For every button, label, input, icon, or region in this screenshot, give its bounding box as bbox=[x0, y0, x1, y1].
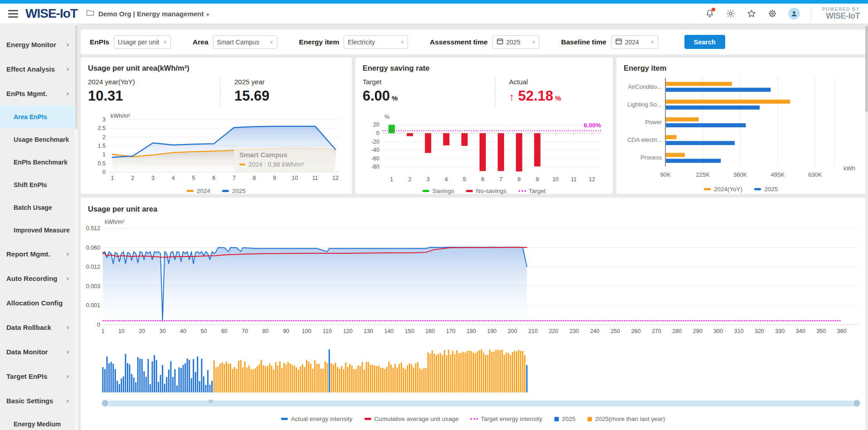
user-avatar[interactable] bbox=[788, 8, 800, 19]
legend-item-2025[interactable]: 2025 bbox=[554, 416, 576, 422]
chevron-down-icon: ∨ bbox=[66, 42, 69, 47]
chevron-down-icon: ∨ bbox=[267, 39, 273, 44]
sidebar-item-label: Improved Measure bbox=[14, 227, 70, 234]
scrollbar-left-handle[interactable] bbox=[101, 399, 109, 407]
sidebar-item-auto-recording[interactable]: Auto Recording∨ bbox=[0, 266, 75, 290]
sidebar-scrollbar[interactable] bbox=[75, 24, 78, 430]
svg-text:240: 240 bbox=[590, 328, 600, 334]
legend-swatch bbox=[754, 188, 761, 190]
svg-text:80: 80 bbox=[262, 328, 269, 334]
favorite-star-icon[interactable] bbox=[747, 9, 756, 19]
legend-item-target-energy-intensity[interactable]: Target energy intensity bbox=[470, 416, 543, 422]
sidebar-item-energy-medium[interactable]: Energy Medium bbox=[0, 413, 75, 430]
chart-scrollbar[interactable] bbox=[103, 401, 859, 406]
enpis-select[interactable]: Usage per unit are∨ bbox=[114, 35, 171, 49]
legend-item-2025-more-than-last-year[interactable]: 2025(more than last year) bbox=[587, 416, 665, 422]
sidebar-item-area-enpis[interactable]: Area EnPIs bbox=[0, 106, 75, 128]
sidebar-item-basic-settings[interactable]: Basic Settings∧ bbox=[0, 388, 75, 413]
filter-bar: EnPIs Usage per unit are∨ Area Smart Cam… bbox=[81, 29, 865, 54]
svg-text:0.060: 0.060 bbox=[86, 245, 100, 251]
sidebar-item-enpis-benchmark[interactable]: EnPIs Benchmark bbox=[0, 151, 75, 174]
legend-item-actual-energy-intensity[interactable]: Actual energy intensity bbox=[281, 416, 353, 422]
legend-item-cumulative-average-unit-usage[interactable]: Cumulative average unit usage bbox=[364, 416, 459, 422]
legend-item-target[interactable]: Target bbox=[519, 188, 546, 194]
sidebar-item-data-rollback[interactable]: Data Rollback∨ bbox=[0, 315, 75, 339]
legend-item-2025[interactable]: 2025 bbox=[222, 188, 246, 194]
svg-text:8: 8 bbox=[518, 176, 521, 183]
sidebar-item-usage-benchmark[interactable]: Usage Benchmark bbox=[0, 128, 75, 151]
svg-text:150: 150 bbox=[405, 328, 414, 334]
svg-text:0.512: 0.512 bbox=[86, 225, 100, 232]
svg-text:30: 30 bbox=[160, 328, 166, 334]
svg-text:0.012: 0.012 bbox=[86, 264, 100, 270]
brightness-icon[interactable] bbox=[726, 9, 736, 19]
svg-text:360K: 360K bbox=[733, 171, 747, 178]
sidebar-item-target-enpis[interactable]: Target EnPIs∨ bbox=[0, 364, 75, 388]
svg-text:20: 20 bbox=[139, 328, 145, 334]
notification-bell-icon[interactable] bbox=[705, 9, 715, 19]
svg-text:7: 7 bbox=[499, 176, 503, 183]
svg-text:0: 0 bbox=[102, 169, 106, 175]
legend-label: No-savings bbox=[476, 188, 507, 194]
calendar-icon bbox=[496, 38, 504, 46]
assessment-time-select[interactable]: 2025∨ bbox=[492, 35, 539, 49]
svg-text:140: 140 bbox=[384, 328, 394, 334]
energy-item-legend: 2024(YoY)2025 bbox=[624, 186, 858, 193]
sidebar-item-label: Allocation Config bbox=[6, 299, 63, 307]
legend-item-2024-yoy[interactable]: 2024(YoY) bbox=[704, 186, 742, 193]
legend-swatch bbox=[704, 188, 711, 190]
area-select[interactable]: Smart Campus∨ bbox=[213, 35, 277, 49]
svg-text:50: 50 bbox=[201, 328, 207, 334]
svg-text:11: 11 bbox=[571, 176, 577, 183]
org-selector[interactable]: Demo Org | Energy management▾ bbox=[98, 10, 209, 18]
legend-label: Target bbox=[529, 188, 546, 194]
sidebar-item-shift-enpis[interactable]: Shift EnPIs bbox=[0, 174, 75, 196]
legend-label: 2025 bbox=[764, 186, 778, 193]
sidebar-item-allocation-config[interactable]: Allocation Config bbox=[0, 290, 75, 315]
sidebar-item-enpis-mgmt[interactable]: EnPIs Mgmt.∧ bbox=[0, 81, 75, 106]
usage-line-chart: 32.521.510.50kWh/m²123456789101112 bbox=[88, 112, 344, 184]
svg-text:2.5: 2.5 bbox=[98, 125, 106, 131]
svg-text:360: 360 bbox=[837, 328, 847, 334]
svg-text:3: 3 bbox=[427, 176, 430, 183]
scrollbar-right-handle[interactable] bbox=[853, 399, 861, 407]
page-scrollbar-thumb[interactable] bbox=[865, 26, 868, 112]
sidebar-item-report-mgmt[interactable]: Report Mgmt.∨ bbox=[0, 242, 75, 266]
sidebar-item-energy-monitor[interactable]: Energy Monitor∨ bbox=[0, 32, 75, 57]
stat-actual: Actual ↑52.18% bbox=[509, 78, 561, 104]
hamburger-menu-icon[interactable] bbox=[8, 10, 18, 18]
card-energy-saving-rate: Energy saving rate Target 6.00% Actual ↑… bbox=[355, 58, 613, 194]
svg-text:110: 110 bbox=[323, 328, 332, 334]
sidebar-item-label: Report Mgmt. bbox=[6, 250, 50, 258]
svg-text:CDA electri...: CDA electri... bbox=[627, 136, 662, 143]
legend-swatch bbox=[187, 190, 194, 192]
sidebar-item-effect-analysis[interactable]: Effect Analysis∨ bbox=[0, 57, 75, 81]
svg-text:320: 320 bbox=[755, 328, 764, 334]
legend-item-no-savings[interactable]: No-savings bbox=[466, 188, 507, 194]
legend-item-2024[interactable]: 2024 bbox=[187, 188, 210, 194]
svg-text:70: 70 bbox=[242, 328, 248, 334]
svg-text:180: 180 bbox=[466, 328, 476, 334]
sidebar-scrollbar-thumb[interactable] bbox=[75, 25, 78, 129]
svg-text:120: 120 bbox=[343, 328, 353, 334]
header: WISE-IoT Demo Org | Energy management▾ P… bbox=[0, 4, 868, 24]
enpis-label: EnPIs bbox=[90, 38, 109, 46]
legend-item-savings[interactable]: Savings bbox=[422, 188, 454, 194]
legend-label: Cumulative average unit usage bbox=[374, 416, 459, 422]
sidebar-item-improved-measure[interactable]: Improved Measure bbox=[0, 219, 75, 242]
energy-item-select[interactable]: Electricity∨ bbox=[344, 35, 408, 49]
chevron-up-icon: ∧ bbox=[66, 91, 69, 96]
legend-swatch bbox=[470, 418, 478, 420]
search-button[interactable]: Search bbox=[684, 35, 725, 49]
sidebar-item-batch-usage[interactable]: Batch Usage bbox=[0, 196, 75, 219]
svg-text:210: 210 bbox=[529, 328, 538, 334]
page-scrollbar[interactable] bbox=[865, 24, 868, 430]
legend-item-2025[interactable]: 2025 bbox=[754, 186, 778, 193]
sidebar-item-label: Energy Medium bbox=[14, 420, 61, 428]
svg-text:5: 5 bbox=[192, 175, 195, 181]
sidebar-item-data-monitor[interactable]: Data Monitor∨ bbox=[0, 339, 75, 364]
svg-text:6: 6 bbox=[481, 176, 484, 183]
baseline-time-select[interactable]: 2024∨ bbox=[611, 35, 658, 49]
settings-gear-icon[interactable] bbox=[767, 9, 777, 19]
svg-text:310: 310 bbox=[734, 328, 744, 334]
